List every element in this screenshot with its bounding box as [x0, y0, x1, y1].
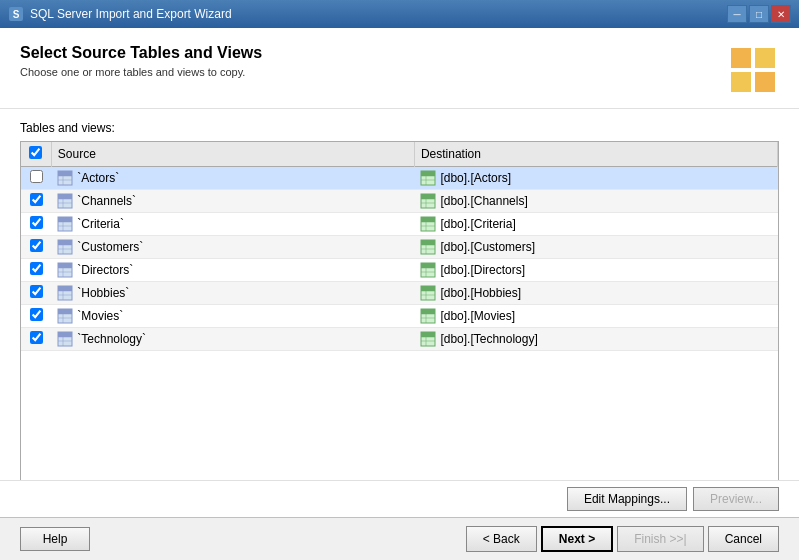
source-cell: `Directors`	[51, 259, 414, 282]
tables-container: Source Destination `Actors`[dbo].[Actors…	[20, 141, 779, 480]
source-table-icon	[57, 216, 73, 232]
svg-rect-72	[421, 309, 435, 314]
table-row: `Hobbies`[dbo].[Hobbies]	[21, 282, 778, 305]
table-row: `Technology`[dbo].[Technology]	[21, 328, 778, 351]
destination-cell: [dbo].[Criteria]	[414, 213, 777, 236]
row-checkbox[interactable]	[30, 170, 43, 183]
source-table-icon	[57, 308, 73, 324]
dest-table-icon	[420, 239, 436, 255]
action-buttons-row: Edit Mappings... Preview...	[0, 480, 799, 517]
destination-label: [dbo].[Movies]	[440, 309, 515, 323]
row-checkbox[interactable]	[30, 308, 43, 321]
row-checkbox[interactable]	[30, 239, 43, 252]
source-table-icon	[57, 262, 73, 278]
source-label: `Hobbies`	[77, 286, 129, 300]
page-header: Select Source Tables and Views Choose on…	[0, 28, 799, 109]
help-button[interactable]: Help	[20, 527, 90, 551]
destination-label: [dbo].[Channels]	[440, 194, 527, 208]
tables-view: Source Destination `Actors`[dbo].[Actors…	[21, 142, 778, 351]
svg-rect-4	[731, 72, 751, 92]
svg-rect-5	[755, 72, 775, 92]
destination-cell: [dbo].[Directors]	[414, 259, 777, 282]
svg-text:S: S	[13, 9, 20, 20]
row-checkbox[interactable]	[30, 331, 43, 344]
svg-rect-27	[58, 217, 72, 222]
cancel-button[interactable]: Cancel	[708, 526, 779, 552]
source-label: `Customers`	[77, 240, 143, 254]
svg-rect-77	[58, 332, 72, 337]
table-row: `Directors`[dbo].[Directors]	[21, 259, 778, 282]
row-checkbox[interactable]	[30, 285, 43, 298]
source-table-icon	[57, 239, 73, 255]
destination-cell: [dbo].[Actors]	[414, 167, 777, 190]
destination-label: [dbo].[Criteria]	[440, 217, 515, 231]
svg-rect-57	[58, 286, 72, 291]
svg-rect-17	[58, 194, 72, 199]
svg-rect-82	[421, 332, 435, 337]
header-logo-icon	[727, 44, 779, 96]
source-label: `Movies`	[77, 309, 123, 323]
table-body: `Actors`[dbo].[Actors]`Channels`[dbo].[C…	[21, 167, 778, 351]
svg-rect-42	[421, 240, 435, 245]
row-checkbox[interactable]	[30, 262, 43, 275]
dest-table-icon	[420, 170, 436, 186]
row-checkbox-cell	[21, 282, 51, 305]
source-label: `Technology`	[77, 332, 146, 346]
destination-cell: [dbo].[Channels]	[414, 190, 777, 213]
svg-rect-37	[58, 240, 72, 245]
row-checkbox-cell	[21, 328, 51, 351]
svg-rect-32	[421, 217, 435, 222]
nav-right: < Back Next > Finish >>| Cancel	[466, 526, 779, 552]
destination-cell: [dbo].[Hobbies]	[414, 282, 777, 305]
row-checkbox-cell	[21, 236, 51, 259]
svg-rect-22	[421, 194, 435, 199]
source-column-header: Source	[51, 142, 414, 167]
minimize-button[interactable]: ─	[727, 5, 747, 23]
source-table-icon	[57, 193, 73, 209]
page-subtitle: Choose one or more tables and views to c…	[20, 66, 262, 78]
select-all-checkbox[interactable]	[29, 146, 42, 159]
source-table-icon	[57, 331, 73, 347]
edit-mappings-button[interactable]: Edit Mappings...	[567, 487, 687, 511]
dest-table-icon	[420, 308, 436, 324]
source-table-icon	[57, 285, 73, 301]
preview-button[interactable]: Preview...	[693, 487, 779, 511]
table-header-row: Source Destination	[21, 142, 778, 167]
svg-rect-52	[421, 263, 435, 268]
source-label: `Criteria`	[77, 217, 124, 231]
destination-label: [dbo].[Hobbies]	[440, 286, 521, 300]
row-checkbox[interactable]	[30, 216, 43, 229]
source-cell: `Movies`	[51, 305, 414, 328]
row-checkbox-cell	[21, 259, 51, 282]
page-title: Select Source Tables and Views	[20, 44, 262, 62]
dest-table-icon	[420, 262, 436, 278]
table-row: `Channels`[dbo].[Channels]	[21, 190, 778, 213]
title-bar: S SQL Server Import and Export Wizard ─ …	[0, 0, 799, 28]
app-icon: S	[8, 6, 24, 22]
destination-cell: [dbo].[Movies]	[414, 305, 777, 328]
row-checkbox[interactable]	[30, 193, 43, 206]
close-button[interactable]: ✕	[771, 5, 791, 23]
source-table-icon	[57, 170, 73, 186]
destination-cell: [dbo].[Customers]	[414, 236, 777, 259]
window-title: SQL Server Import and Export Wizard	[30, 7, 232, 21]
destination-label: [dbo].[Actors]	[440, 171, 511, 185]
nav-buttons-row: Help < Back Next > Finish >>| Cancel	[0, 517, 799, 560]
dest-table-icon	[420, 216, 436, 232]
back-button[interactable]: < Back	[466, 526, 537, 552]
dest-table-icon	[420, 285, 436, 301]
source-cell: `Criteria`	[51, 213, 414, 236]
finish-button[interactable]: Finish >>|	[617, 526, 703, 552]
window-controls: ─ □ ✕	[727, 5, 791, 23]
destination-label: [dbo].[Directors]	[440, 263, 525, 277]
source-cell: `Customers`	[51, 236, 414, 259]
svg-rect-62	[421, 286, 435, 291]
maximize-button[interactable]: □	[749, 5, 769, 23]
row-checkbox-cell	[21, 167, 51, 190]
destination-label: [dbo].[Customers]	[440, 240, 535, 254]
next-button[interactable]: Next >	[541, 526, 613, 552]
table-row: `Actors`[dbo].[Actors]	[21, 167, 778, 190]
svg-rect-47	[58, 263, 72, 268]
svg-rect-2	[731, 48, 751, 68]
source-cell: `Hobbies`	[51, 282, 414, 305]
